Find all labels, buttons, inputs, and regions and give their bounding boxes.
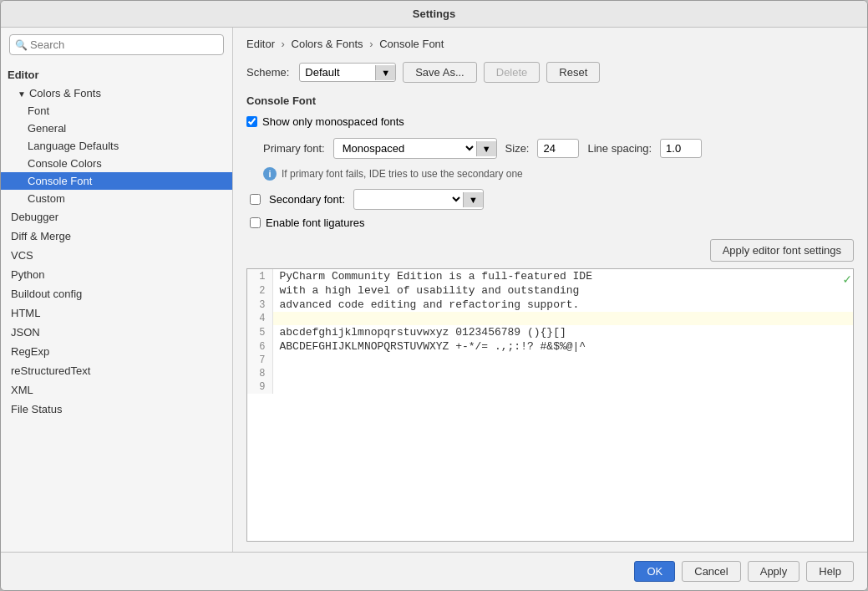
preview-table: 1PyCharm Community Edition is a full-fea… — [247, 269, 853, 394]
restructured-label: reStructuredText — [11, 364, 90, 377]
primary-font-dropdown-arrow[interactable]: ▼ — [476, 141, 496, 156]
breadcrumb: Editor › Colors & Fonts › Console Font — [246, 38, 854, 50]
breadcrumb-part2: Colors & Fonts — [292, 38, 363, 50]
sidebar-item-file-status[interactable]: File Status — [1, 400, 232, 419]
debugger-label: Debugger — [11, 211, 58, 223]
sidebar-item-general[interactable]: General — [1, 120, 232, 137]
table-row: 2with a high level of usability and outs… — [247, 283, 853, 298]
sidebar: 🔍 Editor ▼Colors & Fonts Font General La… — [1, 28, 233, 552]
line-text: PyCharm Community Edition is a full-feat… — [272, 269, 853, 283]
sidebar-item-diff-merge[interactable]: Diff & Merge — [1, 227, 232, 246]
show-monospaced-row: Show only monospaced fonts — [246, 115, 854, 128]
table-row: 5abcdefghijklmnopqrstuvwxyz 0123456789 (… — [247, 325, 853, 339]
sidebar-item-buildout[interactable]: Buildout config — [1, 284, 232, 303]
reset-button[interactable]: Reset — [546, 62, 600, 83]
font-label: Font — [28, 104, 49, 117]
primary-font-dropdown[interactable]: Monospaced — [334, 139, 476, 158]
sidebar-item-regexp[interactable]: RegExp — [1, 342, 232, 361]
secondary-font-label[interactable]: Secondary font: — [269, 193, 345, 206]
custom-label: Custom — [28, 192, 65, 205]
delete-button[interactable]: Delete — [484, 62, 541, 83]
scheme-dropdown-arrow[interactable]: ▼ — [375, 65, 395, 80]
line-text — [272, 367, 853, 380]
python-label: Python — [11, 268, 44, 281]
search-input[interactable] — [9, 34, 224, 55]
line-number: 2 — [247, 283, 272, 298]
xml-label: XML — [11, 384, 33, 396]
table-row: 8 — [247, 367, 853, 380]
breadcrumb-part3: Console Font — [379, 38, 444, 50]
console-colors-label: Console Colors — [28, 157, 102, 170]
language-defaults-label: Language Defaults — [28, 140, 119, 152]
info-row: i If primary font fails, IDE tries to us… — [263, 167, 854, 181]
title-bar: Settings — [1, 1, 867, 28]
sidebar-item-json[interactable]: JSON — [1, 323, 232, 342]
table-row: 3advanced code editing and refactoring s… — [247, 298, 853, 312]
secondary-font-checkbox[interactable] — [250, 194, 261, 205]
sidebar-item-colors-fonts[interactable]: ▼Colors & Fonts — [1, 84, 232, 102]
line-text — [272, 312, 853, 325]
secondary-font-dropdown[interactable] — [354, 190, 463, 209]
scheme-dropdown[interactable]: Default Custom — [300, 64, 375, 81]
secondary-font-select-container[interactable]: ▼ — [353, 189, 484, 210]
ligatures-checkbox[interactable] — [250, 217, 261, 228]
regexp-label: RegExp — [11, 345, 49, 358]
search-icon: 🔍 — [15, 39, 28, 51]
scheme-label: Scheme: — [246, 66, 289, 79]
sidebar-editor-label: Editor — [8, 69, 39, 81]
table-row: 4 — [247, 312, 853, 325]
sidebar-item-debugger[interactable]: Debugger — [1, 207, 232, 227]
search-box[interactable]: 🔍 — [9, 34, 224, 55]
line-number: 6 — [247, 339, 272, 354]
line-number: 8 — [247, 367, 272, 380]
diff-merge-label: Diff & Merge — [11, 230, 71, 242]
sidebar-item-editor[interactable]: Editor — [1, 65, 232, 84]
sidebar-item-console-colors[interactable]: Console Colors — [1, 155, 232, 172]
green-checkmark: ✓ — [843, 271, 851, 288]
sidebar-item-console-font[interactable]: Console Font — [1, 172, 232, 190]
table-row: 1PyCharm Community Edition is a full-fea… — [247, 269, 853, 283]
show-monospaced-label[interactable]: Show only monospaced fonts — [262, 115, 404, 128]
sidebar-item-language-defaults[interactable]: Language Defaults — [1, 137, 232, 155]
sidebar-item-vcs[interactable]: VCS — [1, 246, 232, 265]
size-label: Size: — [505, 142, 530, 155]
show-monospaced-checkbox[interactable] — [246, 116, 257, 127]
sidebar-item-custom[interactable]: Custom — [1, 190, 232, 207]
triangle-icon: ▼ — [18, 89, 26, 99]
line-spacing-input[interactable] — [660, 139, 702, 158]
main-content: Editor › Colors & Fonts › Console Font S… — [233, 28, 867, 552]
dialog-title: Settings — [413, 8, 455, 20]
line-text — [272, 380, 853, 394]
apply-font-button[interactable]: Apply editor font settings — [710, 239, 854, 262]
sidebar-item-html[interactable]: HTML — [1, 303, 232, 323]
sidebar-item-font[interactable]: Font — [1, 102, 232, 120]
sidebar-item-python[interactable]: Python — [1, 265, 232, 284]
secondary-font-dropdown-arrow[interactable]: ▼ — [463, 192, 483, 207]
info-icon: i — [263, 167, 277, 181]
primary-font-label: Primary font: — [263, 142, 325, 155]
sidebar-item-xml[interactable]: XML — [1, 380, 232, 400]
sidebar-item-restructured[interactable]: reStructuredText — [1, 361, 232, 380]
table-row: 9 — [247, 380, 853, 394]
sidebar-list: Editor ▼Colors & Fonts Font General Lang… — [1, 62, 232, 552]
apply-button[interactable]: Apply — [748, 561, 800, 582]
breadcrumb-sep1: › — [282, 38, 285, 50]
ok-button[interactable]: OK — [634, 561, 675, 582]
primary-font-select-container[interactable]: Monospaced ▼ — [333, 138, 497, 159]
breadcrumb-part1: Editor — [246, 38, 275, 50]
help-button[interactable]: Help — [806, 561, 854, 582]
size-input[interactable] — [537, 139, 579, 158]
line-number: 4 — [247, 312, 272, 325]
dialog-body: 🔍 Editor ▼Colors & Fonts Font General La… — [1, 28, 867, 552]
scheme-row: Scheme: Default Custom ▼ Save As... Dele… — [246, 62, 854, 83]
cancel-button[interactable]: Cancel — [682, 561, 740, 582]
line-number: 9 — [247, 380, 272, 394]
file-status-label: File Status — [11, 403, 62, 415]
line-number: 1 — [247, 269, 272, 283]
save-as-button[interactable]: Save As... — [403, 62, 477, 83]
table-row: 6ABCDEFGHIJKLMNOPQRSTUVWXYZ +-*/= .,;:!?… — [247, 339, 853, 354]
line-number: 7 — [247, 354, 272, 367]
breadcrumb-sep2: › — [369, 38, 373, 50]
ligatures-label[interactable]: Enable font ligatures — [266, 217, 365, 229]
scheme-select-container[interactable]: Default Custom ▼ — [299, 63, 396, 82]
